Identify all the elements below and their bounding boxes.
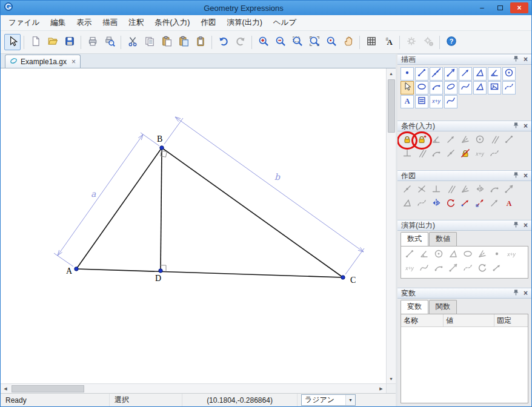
panel-close-icon[interactable]: × [522, 122, 529, 130]
redo-button[interactable] [232, 34, 248, 50]
tab-functions[interactable]: 関数 [429, 300, 457, 314]
copy-button[interactable] [141, 34, 158, 50]
minimize-button[interactable]: – [474, 2, 490, 13]
draw-ellipse[interactable] [415, 81, 428, 94]
dimension-label-a[interactable]: a [91, 189, 96, 199]
construct-midpoint[interactable] [401, 184, 414, 197]
output-angle[interactable] [417, 248, 431, 262]
paste-button[interactable] [158, 34, 175, 50]
panel-close-icon[interactable]: × [522, 290, 529, 297]
draw-segment[interactable] [415, 67, 428, 81]
zoom-out-button[interactable] [272, 34, 288, 50]
pan-button[interactable] [340, 34, 356, 50]
draw-point[interactable] [401, 67, 414, 81]
pin-icon[interactable] [513, 221, 519, 230]
constrain-angle[interactable] [430, 134, 443, 147]
point-C[interactable] [341, 276, 345, 279]
constrain-perpendicular[interactable] [401, 148, 414, 161]
constrain-distance[interactable] [401, 134, 414, 147]
maximize-button[interactable] [492, 2, 508, 13]
select-tool-button[interactable] [4, 34, 21, 50]
help-button[interactable]: ? [443, 34, 459, 50]
construct-tangent[interactable] [488, 184, 501, 197]
draw-line[interactable] [430, 67, 443, 81]
output-tangent-equation[interactable] [447, 262, 460, 276]
output-integral[interactable] [432, 262, 445, 276]
output-equation[interactable]: x+y [505, 248, 518, 262]
pin-icon[interactable] [513, 122, 519, 131]
save-document-button[interactable] [61, 34, 78, 50]
tab-symbolic[interactable]: 数式 [401, 232, 428, 246]
menu-draw[interactable]: 描画 [97, 15, 123, 30]
output-slope[interactable] [476, 248, 489, 262]
draw-expression[interactable]: x+y [430, 95, 443, 108]
draw-angle[interactable] [488, 67, 501, 81]
output-expression[interactable]: x+y [403, 262, 416, 276]
menu-edit[interactable]: 編集 [45, 15, 71, 30]
zoom-in-button[interactable] [255, 34, 271, 50]
variables-table-body[interactable] [401, 327, 528, 403]
draw-polygon[interactable] [473, 67, 487, 81]
constrain-incident[interactable] [444, 148, 457, 161]
construct-polygon[interactable] [401, 197, 414, 211]
construct-perpendicular-bisector[interactable] [473, 184, 487, 197]
paste-special-button[interactable] [175, 34, 191, 50]
preferences-button[interactable] [420, 34, 436, 50]
constrain-congruent[interactable] [502, 134, 516, 147]
constrain-parallel[interactable] [415, 148, 428, 161]
menu-annotate[interactable]: 注釈 [123, 15, 149, 30]
horizontal-scrollbar[interactable]: ◀ ▶ [1, 383, 386, 393]
menu-calculate-output[interactable]: 演算(出力) [222, 15, 268, 30]
draw-vector[interactable] [459, 67, 472, 81]
pin-icon[interactable] [513, 289, 519, 298]
panel-close-icon[interactable]: × [522, 56, 529, 63]
draw-image[interactable] [488, 81, 501, 94]
draw-arc[interactable] [430, 81, 443, 94]
horizontal-scroll-thumb[interactable] [12, 385, 84, 392]
vertical-scrollbar[interactable]: ▲ ▼ [386, 68, 396, 383]
new-document-button[interactable] [27, 34, 44, 50]
output-locus-equation[interactable] [461, 262, 474, 276]
pin-icon[interactable] [513, 171, 519, 180]
close-button[interactable]: × [510, 2, 528, 13]
segment-BD[interactable] [161, 148, 162, 271]
zoom-window-button[interactable] [289, 34, 305, 50]
draw-regular-polygon[interactable] [473, 81, 487, 94]
tab-example1a[interactable]: Example1a.gx × [5, 55, 81, 68]
toggle-grid-button[interactable] [363, 34, 379, 50]
clipboard-button[interactable] [192, 34, 208, 50]
construct-parallel[interactable] [444, 184, 457, 197]
cut-button[interactable] [124, 34, 141, 50]
select-tool-palette[interactable] [401, 81, 414, 94]
draw-locus[interactable] [502, 81, 516, 94]
dimension-label-b[interactable]: b [274, 172, 281, 182]
text-style-button[interactable]: 8A [380, 34, 396, 50]
draw-curve[interactable] [459, 81, 472, 94]
point-B[interactable] [160, 146, 164, 150]
draw-circle[interactable] [502, 67, 516, 81]
point-D[interactable] [159, 269, 162, 273]
draw-text[interactable]: A [401, 95, 414, 108]
constrain-equation[interactable]: x+y [473, 148, 487, 161]
construct-normal[interactable] [502, 184, 516, 197]
constrain-direction[interactable] [444, 134, 457, 147]
draw-conic[interactable] [444, 81, 457, 94]
point-A[interactable] [75, 267, 78, 271]
output-perimeter[interactable] [461, 248, 474, 262]
construct-perpendicular[interactable] [430, 184, 443, 197]
menu-constrain-input[interactable]: 条件(入力) [149, 15, 195, 30]
undo-button[interactable] [215, 34, 231, 50]
segment-AB[interactable] [76, 148, 162, 269]
menu-file[interactable]: ファイル [3, 15, 45, 30]
chevron-down-icon[interactable]: ▼ [345, 395, 355, 405]
vertical-scroll-thumb[interactable] [388, 79, 395, 133]
panel-close-icon[interactable]: × [522, 172, 529, 179]
output-translation-measure[interactable] [490, 262, 504, 276]
draw-annotation[interactable] [415, 95, 428, 108]
output-distance[interactable] [403, 248, 416, 262]
print-preview-button[interactable] [101, 34, 118, 50]
tab-variables[interactable]: 変数 [401, 300, 428, 314]
zoom-fit-button[interactable] [306, 34, 322, 50]
draw-implicit-curve[interactable] [444, 95, 457, 108]
construct-dilation[interactable] [473, 197, 487, 211]
